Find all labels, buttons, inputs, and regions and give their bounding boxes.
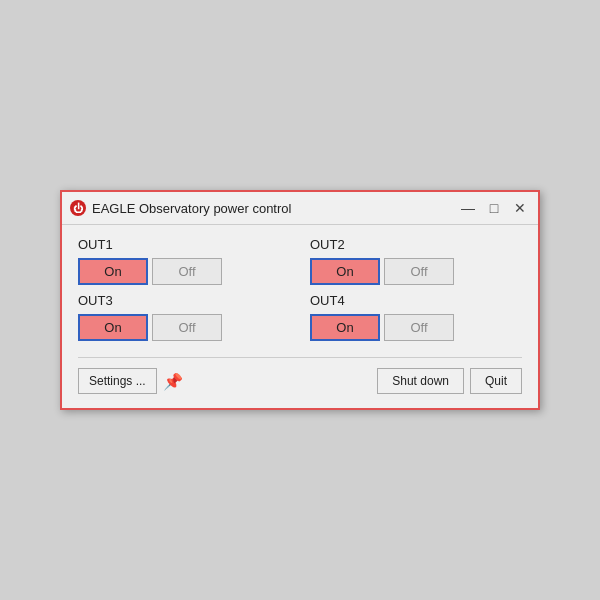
outputs-grid: OUT1 On Off OUT2 On Off OUT3 On Off — [78, 237, 522, 341]
footer: Settings ... 📌 Shut down Quit — [78, 357, 522, 394]
out1-on-button[interactable]: On — [78, 258, 148, 285]
out4-label: OUT4 — [310, 293, 522, 308]
footer-right: Shut down Quit — [377, 368, 522, 394]
title-bar-left: ⏻ EAGLE Observatory power control — [70, 200, 291, 216]
out2-on-button[interactable]: On — [310, 258, 380, 285]
out1-off-button[interactable]: Off — [152, 258, 222, 285]
quit-button[interactable]: Quit — [470, 368, 522, 394]
window-title: EAGLE Observatory power control — [92, 201, 291, 216]
footer-left: Settings ... 📌 — [78, 368, 183, 394]
out3-label: OUT3 — [78, 293, 290, 308]
window-body: OUT1 On Off OUT2 On Off OUT3 On Off — [62, 225, 538, 408]
out1-buttons: On Off — [78, 258, 290, 285]
app-icon: ⏻ — [70, 200, 86, 216]
out3-off-button[interactable]: Off — [152, 314, 222, 341]
settings-button[interactable]: Settings ... — [78, 368, 157, 394]
out4-off-button[interactable]: Off — [384, 314, 454, 341]
title-bar-controls: — □ ✕ — [458, 198, 530, 218]
main-window: ⏻ EAGLE Observatory power control — □ ✕ … — [60, 190, 540, 410]
out2-buttons: On Off — [310, 258, 522, 285]
out3-buttons: On Off — [78, 314, 290, 341]
minimize-button[interactable]: — — [458, 198, 478, 218]
close-button[interactable]: ✕ — [510, 198, 530, 218]
out4-buttons: On Off — [310, 314, 522, 341]
output-group-out3: OUT3 On Off — [78, 293, 290, 341]
output-group-out2: OUT2 On Off — [310, 237, 522, 285]
output-group-out1: OUT1 On Off — [78, 237, 290, 285]
output-group-out4: OUT4 On Off — [310, 293, 522, 341]
out2-label: OUT2 — [310, 237, 522, 252]
title-bar: ⏻ EAGLE Observatory power control — □ ✕ — [62, 192, 538, 225]
pin-icon[interactable]: 📌 — [163, 372, 183, 391]
out4-on-button[interactable]: On — [310, 314, 380, 341]
shutdown-button[interactable]: Shut down — [377, 368, 464, 394]
out3-on-button[interactable]: On — [78, 314, 148, 341]
maximize-button[interactable]: □ — [484, 198, 504, 218]
out1-label: OUT1 — [78, 237, 290, 252]
out2-off-button[interactable]: Off — [384, 258, 454, 285]
